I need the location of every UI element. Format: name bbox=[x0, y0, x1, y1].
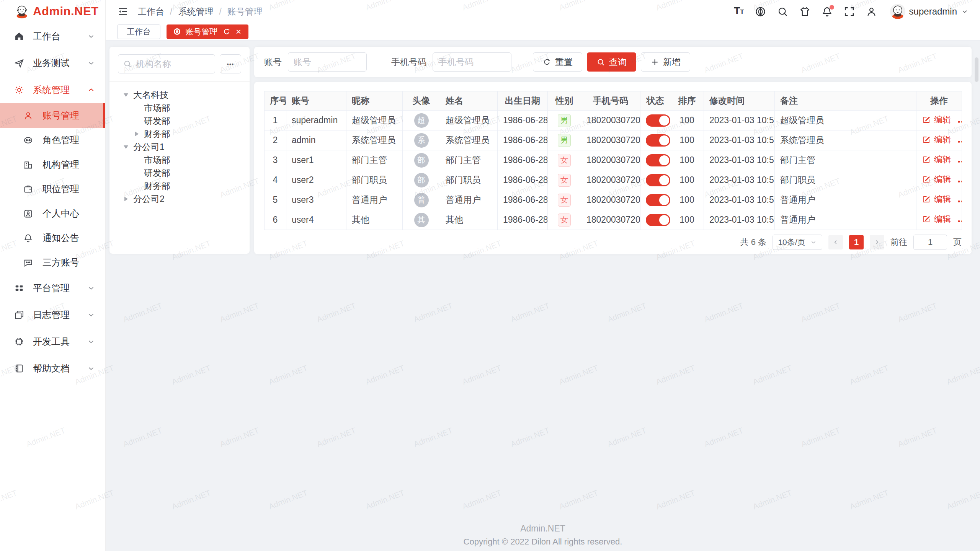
tab-account-mgmt[interactable]: 账号管理 × bbox=[167, 24, 248, 39]
sidebar-item-account-mgmt[interactable]: 账号管理 bbox=[0, 103, 105, 128]
org-search-field[interactable] bbox=[118, 54, 215, 73]
building-icon bbox=[23, 160, 33, 170]
fullscreen-icon[interactable] bbox=[843, 6, 855, 18]
breadcrumb-item[interactable]: 系统管理 bbox=[178, 6, 213, 18]
caret-down-icon[interactable] bbox=[124, 93, 128, 97]
user-menu[interactable]: superadmin bbox=[890, 4, 969, 19]
sidebar-item-position-mgmt[interactable]: 职位管理 bbox=[0, 177, 105, 201]
tree-node[interactable]: 市场部 bbox=[118, 153, 241, 166]
more-actions-button[interactable]: ••• bbox=[958, 217, 962, 225]
book-icon bbox=[14, 363, 24, 374]
more-actions-button[interactable]: ••• bbox=[958, 118, 962, 126]
user-avatar bbox=[890, 4, 905, 19]
caret-right-icon[interactable] bbox=[135, 132, 139, 136]
page-size-select[interactable]: 10条/页 bbox=[773, 235, 822, 250]
gender-badge: 女 bbox=[558, 174, 571, 187]
status-toggle[interactable] bbox=[646, 214, 670, 226]
refresh-icon[interactable] bbox=[222, 28, 231, 36]
status-toggle[interactable] bbox=[646, 114, 670, 127]
sidebar-item-notice[interactable]: 通知公告 bbox=[0, 226, 105, 250]
next-page-button[interactable] bbox=[870, 235, 884, 249]
edit-button[interactable]: 编辑 bbox=[922, 194, 951, 205]
more-actions-button[interactable]: ••• bbox=[958, 178, 962, 185]
users-table: 序号 账号 昵称 头像 姓名 出生日期 性别 手机号码 状态 排序 修改时间 备… bbox=[264, 91, 962, 230]
app-logo[interactable]: Admin.NET bbox=[0, 0, 105, 23]
logo-mascot-icon bbox=[15, 4, 29, 19]
table-row: 3 user1 部门主管 部 部门主管 1986-06-28 女 1802003… bbox=[265, 150, 962, 170]
page-footer: Admin.NET Copyright © 2022 Dilon All rig… bbox=[106, 523, 980, 547]
phone-input[interactable] bbox=[433, 52, 511, 72]
org-more-button[interactable]: ••• bbox=[220, 54, 241, 73]
sidebar-item-org-mgmt[interactable]: 机构管理 bbox=[0, 152, 105, 177]
font-size-icon[interactable]: TT bbox=[734, 5, 744, 18]
status-toggle[interactable] bbox=[646, 134, 670, 147]
sidebar-item-dev-tools[interactable]: 开发工具 bbox=[0, 328, 105, 355]
tree-node[interactable]: 市场部 bbox=[118, 101, 241, 114]
theme-icon[interactable] bbox=[799, 6, 811, 18]
sidebar-item-business-test[interactable]: 业务测试 bbox=[0, 50, 105, 77]
caret-right-icon[interactable] bbox=[124, 197, 128, 201]
page-number-button[interactable]: 1 bbox=[849, 235, 864, 249]
edit-button[interactable]: 编辑 bbox=[922, 134, 951, 145]
goto-page-input[interactable] bbox=[913, 235, 947, 250]
tree-node[interactable]: 财务部 bbox=[118, 127, 241, 140]
menu-fold-icon[interactable] bbox=[117, 6, 129, 17]
more-actions-button[interactable]: ••• bbox=[958, 197, 962, 205]
home-icon bbox=[14, 31, 24, 42]
org-tree: 大名科技 市场部 研发部 财务部 分公司1 市场部 研发部 财务部 分公司2 bbox=[118, 88, 241, 205]
user-card-icon bbox=[23, 209, 33, 219]
status-toggle[interactable] bbox=[646, 194, 670, 206]
caret-down-icon[interactable] bbox=[124, 145, 128, 149]
close-icon[interactable]: × bbox=[236, 27, 241, 36]
sidebar-item-log-mgmt[interactable]: 日志管理 bbox=[0, 302, 105, 328]
tree-node[interactable]: 分公司2 bbox=[118, 192, 241, 205]
sidebar-item-third-party[interactable]: 三方账号 bbox=[0, 250, 105, 275]
tree-node[interactable]: 研发部 bbox=[118, 166, 241, 179]
account-input[interactable] bbox=[288, 52, 367, 72]
footer-copyright: Copyright © 2022 Dilon All rights reserv… bbox=[106, 537, 980, 547]
tree-node[interactable]: 研发部 bbox=[118, 114, 241, 127]
tree-node[interactable]: 分公司1 bbox=[118, 140, 241, 153]
more-actions-button[interactable]: ••• bbox=[958, 138, 962, 145]
breadcrumb-item-current: 账号管理 bbox=[227, 6, 263, 18]
query-button[interactable]: 查询 bbox=[587, 52, 636, 72]
edit-button[interactable]: 编辑 bbox=[922, 154, 951, 165]
add-button[interactable]: 新增 bbox=[641, 52, 690, 72]
chat-bubble-icon bbox=[23, 258, 33, 268]
sidebar-item-role-mgmt[interactable]: 角色管理 bbox=[0, 128, 105, 152]
breadcrumb: 工作台 / 系统管理 / 账号管理 bbox=[138, 6, 263, 18]
tree-node[interactable]: 大名科技 bbox=[118, 88, 241, 101]
status-toggle[interactable] bbox=[646, 174, 670, 186]
sidebar-item-system-mgmt[interactable]: 系统管理 bbox=[0, 77, 105, 103]
user-icon bbox=[23, 111, 33, 121]
reset-button[interactable]: 重置 bbox=[533, 52, 582, 72]
edit-button[interactable]: 编辑 bbox=[922, 214, 951, 225]
status-toggle[interactable] bbox=[646, 154, 670, 166]
more-actions-button[interactable]: ••• bbox=[958, 158, 962, 165]
org-search-input[interactable] bbox=[136, 59, 210, 69]
tree-node[interactable]: 财务部 bbox=[118, 179, 241, 192]
scrollbar-thumb[interactable] bbox=[975, 57, 978, 82]
table-row: 2 admin 系统管理员 系 系统管理员 1986-06-28 男 18020… bbox=[265, 130, 962, 150]
sidebar-item-profile-center[interactable]: 个人中心 bbox=[0, 201, 105, 226]
sidebar-item-platform-mgmt[interactable]: 平台管理 bbox=[0, 275, 105, 302]
search-icon bbox=[123, 59, 132, 68]
gender-badge: 男 bbox=[558, 134, 571, 147]
edit-icon bbox=[922, 115, 931, 124]
sidebar-item-help-docs[interactable]: 帮助文档 bbox=[0, 355, 105, 382]
tab-workbench[interactable]: 工作台 bbox=[117, 24, 160, 39]
phone-label: 手机号码 bbox=[391, 56, 426, 68]
edit-button[interactable]: 编辑 bbox=[922, 114, 951, 126]
edit-button[interactable]: 编辑 bbox=[922, 174, 951, 185]
language-icon[interactable] bbox=[755, 6, 766, 18]
chevron-down-icon bbox=[810, 239, 817, 246]
prev-page-button[interactable] bbox=[828, 235, 843, 249]
notification-icon[interactable] bbox=[821, 6, 833, 18]
sidebar-menu: 工作台 业务测试 系统管理 账号管理 角色管理 机构管理 职位管理 bbox=[0, 23, 105, 382]
avatar: 系 bbox=[414, 133, 429, 148]
sidebar-item-workbench[interactable]: 工作台 bbox=[0, 23, 105, 50]
breadcrumb-item[interactable]: 工作台 bbox=[138, 6, 164, 18]
search-icon[interactable] bbox=[777, 6, 789, 18]
breadcrumb-separator: / bbox=[170, 7, 172, 17]
profile-icon[interactable] bbox=[866, 6, 877, 18]
